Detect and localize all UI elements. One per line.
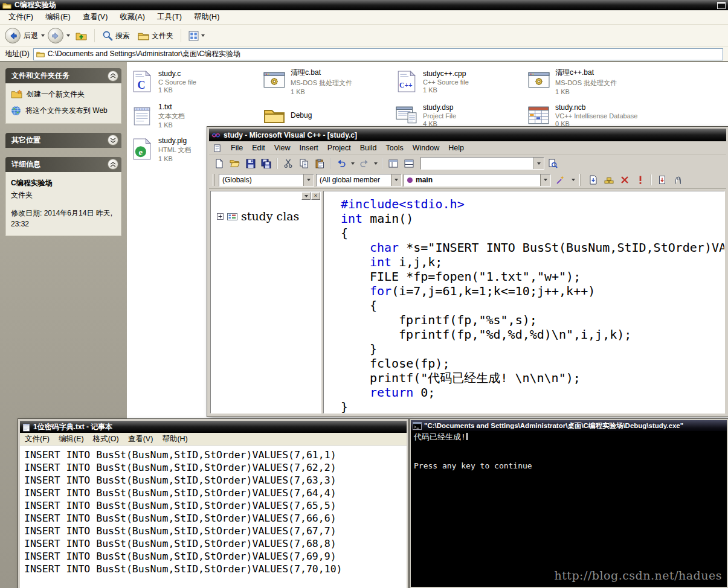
- find-combo[interactable]: [420, 157, 544, 170]
- search-in-files-button[interactable]: [545, 157, 560, 170]
- other-places-header[interactable]: 其它位置: [5, 133, 121, 148]
- restore-button[interactable]: [717, 2, 726, 9]
- combo-dropdown-icon[interactable]: [533, 158, 544, 169]
- menu-item[interactable]: Tools: [386, 144, 404, 152]
- workspace-button[interactable]: [385, 157, 401, 170]
- details-header[interactable]: 详细信息: [5, 157, 121, 172]
- breakpoint-hand-button[interactable]: [670, 173, 685, 187]
- toolbar-separator: [382, 158, 382, 169]
- back-button[interactable]: [5, 28, 21, 43]
- forward-button[interactable]: [48, 28, 63, 43]
- console-output[interactable]: 代码已经生成!Press any key to continue: [411, 431, 727, 587]
- new-file-button[interactable]: [211, 157, 227, 170]
- menu-item[interactable]: Build: [360, 144, 377, 152]
- menu-item[interactable]: 收藏(A): [120, 12, 145, 22]
- wizard-dropdown-icon[interactable]: [570, 173, 576, 187]
- file-item[interactable]: Cstudy.cC Source file1 KB: [128, 65, 260, 98]
- file-item[interactable]: 清理c.batMS-DOS 批处理文件1 KB: [260, 65, 393, 98]
- mdi-child-icon[interactable]: [213, 144, 222, 153]
- combo-dropdown-icon[interactable]: [391, 174, 401, 186]
- go-button[interactable]: [654, 173, 669, 187]
- collapse-chevron-icon[interactable]: [108, 159, 118, 170]
- undo-button[interactable]: [333, 157, 349, 170]
- toolbar-dropdown-icon[interactable]: [372, 157, 379, 170]
- menu-item[interactable]: 编辑(E): [59, 434, 84, 444]
- menu-item[interactable]: Insert: [300, 144, 318, 152]
- views-dropdown-icon: [201, 34, 205, 37]
- folders-button[interactable]: 文件夹: [135, 30, 176, 42]
- explorer-folder-icon: [2, 2, 11, 9]
- other-places-title: 其它位置: [11, 135, 40, 145]
- tree-item-study-classes[interactable]: study clas: [217, 209, 321, 223]
- menu-item[interactable]: 查看(V): [83, 12, 108, 22]
- output-button[interactable]: [401, 157, 416, 170]
- notepad-text[interactable]: INSERT INTO BusSt(BusNum,StID,StOrder)VA…: [20, 446, 407, 588]
- code-editor[interactable]: #include<stdio.h>int main(){char *s="INS…: [323, 191, 725, 414]
- combo-dropdown-icon[interactable]: [540, 174, 550, 186]
- compile-button[interactable]: [585, 173, 601, 187]
- task-new-folder[interactable]: 创建一个新文件夹: [11, 89, 116, 100]
- menu-item[interactable]: View: [274, 144, 291, 152]
- wizard-actions-button[interactable]: [553, 173, 568, 187]
- menu-item[interactable]: 工具(T): [157, 12, 182, 22]
- tasks-section-header[interactable]: 文件和文件夹任务: [5, 68, 121, 83]
- redo-button[interactable]: [356, 157, 372, 170]
- open-button[interactable]: [227, 157, 242, 170]
- menu-item[interactable]: Edit: [252, 144, 265, 152]
- code-line: fclose(fp);: [324, 356, 724, 371]
- toolbar-dropdown-icon[interactable]: [349, 157, 356, 170]
- paste-button[interactable]: [312, 157, 327, 170]
- menu-item[interactable]: Window: [413, 144, 439, 152]
- up-button[interactable]: [73, 30, 89, 42]
- search-button[interactable]: 搜索: [100, 29, 132, 42]
- execute-button[interactable]: [633, 173, 648, 187]
- file-item[interactable]: 清理c++.batMS-DOS 批处理文件1 KB: [525, 65, 657, 98]
- menu-item[interactable]: 帮助(H): [162, 434, 187, 444]
- stop-build-button[interactable]: [617, 173, 632, 187]
- batch-file-icon: [263, 72, 286, 91]
- menu-item[interactable]: Project: [327, 144, 351, 152]
- cmd-title-bar[interactable]: "C:\Documents and Settings\Administrator…: [411, 420, 727, 431]
- members-combo[interactable]: (All global member: [316, 174, 402, 187]
- menu-item[interactable]: File: [231, 144, 243, 152]
- build-button[interactable]: [601, 173, 616, 187]
- copy-button[interactable]: [296, 157, 311, 170]
- menu-item[interactable]: 帮助(H): [194, 12, 219, 22]
- code-line: for(i=7,j=61,k=1;k<=10;j++,k++): [324, 284, 724, 298]
- forward-dropdown-icon[interactable]: [66, 34, 70, 37]
- address-input[interactable]: C:\Documents and Settings\Administrator\…: [33, 48, 723, 60]
- workspace-pane[interactable]: × study clas: [210, 191, 321, 414]
- combo-dropdown-icon[interactable]: [303, 174, 314, 186]
- text-line: INSERT INTO BusSt(BusNum,StID,StOrder)VA…: [24, 525, 402, 537]
- save-button[interactable]: [243, 157, 258, 170]
- menu-item[interactable]: 查看(V): [128, 434, 153, 444]
- menu-item[interactable]: 编辑(E): [45, 12, 71, 22]
- cut-button[interactable]: [280, 157, 295, 170]
- function-combo[interactable]: main: [404, 174, 551, 187]
- menu-item[interactable]: Help: [448, 144, 464, 152]
- menu-item[interactable]: 文件(F): [25, 434, 50, 444]
- toolbar-grip[interactable]: [579, 174, 581, 186]
- vcpp-toolbar-standard: [209, 155, 726, 171]
- menu-item[interactable]: 文件(F): [8, 12, 33, 22]
- file-item[interactable]: C++studyc++.cppC++ Source file1 KB: [393, 65, 525, 98]
- expand-box-icon[interactable]: [217, 213, 224, 220]
- collapse-chevron-icon[interactable]: [108, 71, 118, 81]
- toolbar-grip[interactable]: [213, 174, 214, 186]
- pane-menu-button[interactable]: [301, 192, 311, 200]
- views-button[interactable]: [186, 30, 207, 42]
- vcpp-title-bar[interactable]: study - Microsoft Visual C++ - [study.c]: [209, 129, 726, 141]
- task-label: 将这个文件夹发布到 Web: [25, 106, 108, 116]
- pane-close-button[interactable]: ×: [311, 192, 320, 200]
- task-publish-web[interactable]: 将这个文件夹发布到 Web: [11, 106, 116, 116]
- file-name: study.plg: [158, 136, 192, 145]
- globals-combo[interactable]: (Globals): [219, 174, 314, 187]
- expand-chevron-icon[interactable]: [108, 135, 118, 145]
- notepad-title-bar[interactable]: 1位密码字典.txt - 记事本: [20, 421, 407, 433]
- function-combo-value: main: [416, 176, 540, 184]
- menu-item[interactable]: 格式(O): [93, 434, 119, 444]
- details-folder-name: C编程实验场: [11, 178, 116, 188]
- back-dropdown-icon[interactable]: [41, 34, 45, 37]
- explorer-title-bar[interactable]: C编程实验场: [0, 0, 728, 10]
- save-all-button[interactable]: [259, 157, 274, 170]
